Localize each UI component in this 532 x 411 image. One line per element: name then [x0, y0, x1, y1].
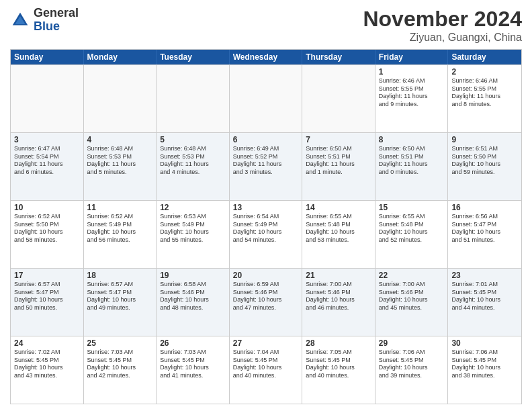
day-number: 7 [306, 135, 371, 144]
day-info: Sunrise: 6:51 AM Sunset: 5:50 PM Dayligh… [451, 145, 518, 177]
day-number: 27 [233, 338, 299, 348]
day-number: 14 [306, 203, 371, 212]
calendar-row-2: 10Sunrise: 6:52 AM Sunset: 5:50 PM Dayli… [11, 200, 521, 268]
day-info: Sunrise: 6:57 AM Sunset: 5:47 PM Dayligh… [87, 281, 153, 312]
header-cell-wednesday: Wednesday [230, 50, 303, 64]
calendar-cell-1: 1Sunrise: 6:46 AM Sunset: 5:55 PM Daylig… [375, 65, 449, 132]
calendar-cell-7: 7Sunrise: 6:50 AM Sunset: 5:51 PM Daylig… [302, 133, 375, 200]
day-info: Sunrise: 6:46 AM Sunset: 5:55 PM Dayligh… [379, 77, 445, 109]
day-number: 2 [451, 67, 518, 77]
day-number: 24 [14, 338, 80, 348]
calendar-cell-4: 4Sunrise: 6:48 AM Sunset: 5:53 PM Daylig… [84, 133, 157, 200]
day-info: Sunrise: 7:06 AM Sunset: 5:45 PM Dayligh… [379, 349, 445, 380]
day-info: Sunrise: 7:00 AM Sunset: 5:46 PM Dayligh… [379, 281, 445, 312]
calendar-cell-22: 22Sunrise: 7:00 AM Sunset: 5:46 PM Dayli… [375, 269, 449, 336]
calendar-row-1: 3Sunrise: 6:47 AM Sunset: 5:54 PM Daylig… [11, 132, 521, 200]
calendar-cell-24: 24Sunrise: 7:02 AM Sunset: 5:45 PM Dayli… [11, 336, 84, 404]
day-number: 17 [14, 271, 80, 280]
calendar-cell-12: 12Sunrise: 6:53 AM Sunset: 5:49 PM Dayli… [157, 201, 230, 268]
header-cell-saturday: Saturday [448, 50, 521, 64]
title-block: November 2024 Ziyuan, Guangxi, China [363, 7, 522, 44]
logo-icon [10, 10, 30, 30]
calendar-cell-10: 10Sunrise: 6:52 AM Sunset: 5:50 PM Dayli… [11, 201, 84, 268]
day-info: Sunrise: 7:01 AM Sunset: 5:45 PM Dayligh… [451, 281, 518, 312]
day-info: Sunrise: 6:48 AM Sunset: 5:53 PM Dayligh… [160, 145, 226, 177]
day-number: 18 [87, 271, 153, 280]
day-number: 25 [87, 338, 153, 348]
header: General Blue November 2024 Ziyuan, Guang… [10, 7, 522, 44]
day-number: 11 [87, 203, 153, 212]
day-info: Sunrise: 6:55 AM Sunset: 5:48 PM Dayligh… [306, 213, 371, 244]
day-number: 23 [451, 271, 518, 280]
day-info: Sunrise: 6:59 AM Sunset: 5:46 PM Dayligh… [233, 281, 299, 312]
calendar-cell-15: 15Sunrise: 6:55 AM Sunset: 5:48 PM Dayli… [375, 201, 449, 268]
day-info: Sunrise: 7:00 AM Sunset: 5:46 PM Dayligh… [306, 281, 371, 312]
day-number: 21 [306, 271, 371, 280]
calendar-cell-5: 5Sunrise: 6:48 AM Sunset: 5:53 PM Daylig… [157, 133, 230, 200]
calendar-cell-16: 16Sunrise: 6:56 AM Sunset: 5:47 PM Dayli… [448, 201, 521, 268]
day-number: 19 [160, 271, 226, 280]
day-number: 3 [14, 135, 80, 144]
calendar-cell-18: 18Sunrise: 6:57 AM Sunset: 5:47 PM Dayli… [84, 269, 157, 336]
day-number: 10 [14, 203, 80, 212]
day-number: 28 [306, 338, 371, 348]
logo-line2: Blue [34, 20, 79, 34]
day-info: Sunrise: 7:05 AM Sunset: 5:45 PM Dayligh… [306, 349, 371, 380]
calendar-cell-empty-1 [84, 65, 157, 132]
location: Ziyuan, Guangxi, China [363, 32, 522, 44]
logo-line1: General [34, 7, 79, 20]
calendar-cell-28: 28Sunrise: 7:05 AM Sunset: 5:45 PM Dayli… [302, 336, 375, 404]
calendar-cell-26: 26Sunrise: 7:03 AM Sunset: 5:45 PM Dayli… [157, 336, 230, 404]
day-number: 1 [379, 67, 445, 77]
calendar-header: SundayMondayTuesdayWednesdayThursdayFrid… [11, 50, 521, 64]
day-info: Sunrise: 7:03 AM Sunset: 5:45 PM Dayligh… [160, 349, 226, 380]
day-info: Sunrise: 6:48 AM Sunset: 5:53 PM Dayligh… [87, 145, 153, 177]
calendar-cell-2: 2Sunrise: 6:46 AM Sunset: 5:55 PM Daylig… [448, 65, 521, 132]
month-title: November 2024 [363, 7, 522, 32]
day-info: Sunrise: 6:54 AM Sunset: 5:49 PM Dayligh… [233, 213, 299, 244]
calendar-cell-empty-0 [11, 65, 84, 132]
day-info: Sunrise: 6:47 AM Sunset: 5:54 PM Dayligh… [14, 145, 80, 177]
day-number: 13 [233, 203, 299, 212]
calendar-cell-3: 3Sunrise: 6:47 AM Sunset: 5:54 PM Daylig… [11, 133, 84, 200]
day-number: 6 [233, 135, 299, 144]
calendar-cell-29: 29Sunrise: 7:06 AM Sunset: 5:45 PM Dayli… [375, 336, 449, 404]
day-number: 29 [379, 338, 445, 348]
day-number: 20 [233, 271, 299, 280]
day-number: 15 [379, 203, 445, 212]
header-cell-friday: Friday [375, 50, 449, 64]
day-number: 16 [451, 203, 518, 212]
calendar-cell-empty-4 [302, 65, 375, 132]
calendar-row-3: 17Sunrise: 6:57 AM Sunset: 5:47 PM Dayli… [11, 268, 521, 336]
day-info: Sunrise: 6:58 AM Sunset: 5:46 PM Dayligh… [160, 281, 226, 312]
calendar-cell-13: 13Sunrise: 6:54 AM Sunset: 5:49 PM Dayli… [230, 201, 303, 268]
day-info: Sunrise: 6:50 AM Sunset: 5:51 PM Dayligh… [379, 145, 445, 177]
day-number: 9 [451, 135, 518, 144]
day-info: Sunrise: 6:56 AM Sunset: 5:47 PM Dayligh… [451, 213, 518, 244]
header-cell-sunday: Sunday [11, 50, 84, 64]
calendar-cell-14: 14Sunrise: 6:55 AM Sunset: 5:48 PM Dayli… [302, 201, 375, 268]
day-info: Sunrise: 6:52 AM Sunset: 5:50 PM Dayligh… [14, 213, 80, 244]
calendar-cell-27: 27Sunrise: 7:04 AM Sunset: 5:45 PM Dayli… [230, 336, 303, 404]
day-number: 12 [160, 203, 226, 212]
calendar-cell-23: 23Sunrise: 7:01 AM Sunset: 5:45 PM Dayli… [448, 269, 521, 336]
calendar-row-0: 1Sunrise: 6:46 AM Sunset: 5:55 PM Daylig… [11, 64, 521, 132]
calendar-cell-17: 17Sunrise: 6:57 AM Sunset: 5:47 PM Dayli… [11, 269, 84, 336]
day-number: 26 [160, 338, 226, 348]
day-number: 4 [87, 135, 153, 144]
calendar-cell-empty-2 [157, 65, 230, 132]
page: General Blue November 2024 Ziyuan, Guang… [0, 0, 532, 411]
calendar-row-4: 24Sunrise: 7:02 AM Sunset: 5:45 PM Dayli… [11, 336, 521, 404]
day-number: 5 [160, 135, 226, 144]
day-number: 22 [379, 271, 445, 280]
day-info: Sunrise: 7:03 AM Sunset: 5:45 PM Dayligh… [87, 349, 153, 380]
day-info: Sunrise: 6:50 AM Sunset: 5:51 PM Dayligh… [306, 145, 371, 177]
day-info: Sunrise: 7:06 AM Sunset: 5:45 PM Dayligh… [451, 349, 518, 380]
calendar-cell-21: 21Sunrise: 7:00 AM Sunset: 5:46 PM Dayli… [302, 269, 375, 336]
calendar: SundayMondayTuesdayWednesdayThursdayFrid… [10, 49, 522, 404]
calendar-cell-8: 8Sunrise: 6:50 AM Sunset: 5:51 PM Daylig… [375, 133, 449, 200]
header-cell-monday: Monday [84, 50, 157, 64]
header-cell-thursday: Thursday [302, 50, 375, 64]
logo-text: General Blue [34, 7, 79, 34]
calendar-cell-19: 19Sunrise: 6:58 AM Sunset: 5:46 PM Dayli… [157, 269, 230, 336]
